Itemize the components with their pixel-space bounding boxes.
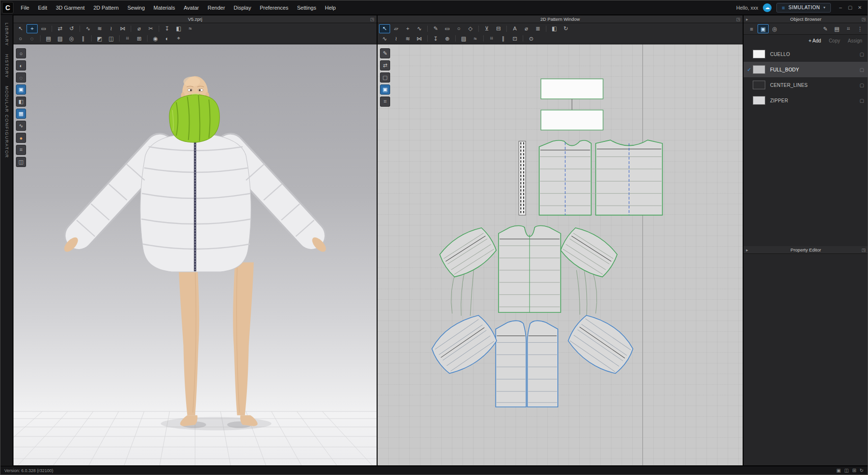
pattern-piece-back-panel-left[interactable] [539, 140, 591, 215]
more-icon[interactable]: ⋮ [854, 24, 866, 33]
fabric-options-icon[interactable]: ▢ [860, 98, 864, 103]
collapse-property-editor-icon[interactable]: ▸ [746, 248, 748, 252]
edit-sewing-2d-tool[interactable]: ≀ [391, 34, 402, 43]
pattern-piece-sleeve-lower-right[interactable] [563, 309, 639, 379]
menu-help[interactable]: Help [321, 0, 340, 14]
button-tool[interactable]: ◎ [66, 34, 77, 43]
text-tool[interactable]: A [509, 24, 520, 33]
menu-2d-pattern[interactable]: 2D Pattern [89, 0, 123, 14]
toolbar-separator[interactable] [425, 24, 430, 33]
dart-tool[interactable]: ◇ [465, 24, 476, 33]
fabric-row-cuello[interactable]: CUELLO ▢ [744, 46, 868, 62]
pattern-piece-sleeve-lower-left[interactable] [426, 309, 502, 379]
pattern-piece-collar-band-2[interactable] [541, 110, 603, 130]
shirring-tool[interactable]: ≈ [470, 34, 481, 43]
fabric-options-icon[interactable]: ▢ [860, 52, 864, 57]
segment-sewing-2d-tool[interactable]: ≋ [402, 34, 413, 43]
pattern-piece-zipper-strip[interactable] [519, 141, 526, 215]
guideline-tool[interactable]: ∥ [498, 34, 509, 43]
dimension-tool[interactable]: ⊡ [509, 34, 520, 43]
toolbar-separator[interactable] [544, 24, 548, 33]
toolbar-separator[interactable] [521, 34, 525, 43]
fabric-display-tool[interactable]: ▤ [43, 34, 54, 43]
fold-tool[interactable]: ◧ [173, 24, 184, 33]
avatar-texture-toggle[interactable]: ● [16, 133, 26, 143]
texture-display-tool[interactable]: ▧ [54, 34, 66, 43]
copy-fabric-button[interactable]: Copy [829, 38, 840, 43]
toolbar-separator[interactable] [78, 24, 82, 33]
rail-library[interactable]: LIBRARY [4, 23, 9, 46]
cloud-sync-icon[interactable]: ☁ [763, 3, 772, 12]
fabric-row-full-body[interactable]: ✓ FULL_BODY ▢ [744, 62, 868, 77]
flip-pattern-tool[interactable]: ↺ [66, 24, 77, 33]
edit-curvature-tool[interactable]: ∿ [414, 24, 425, 33]
rectangle-tool[interactable]: ▭ [442, 24, 453, 33]
flatten-tool[interactable]: ◫ [106, 34, 117, 43]
toolbar-separator[interactable] [481, 34, 486, 43]
pattern-piece-lower-body-right[interactable] [528, 321, 558, 407]
edit-pattern-tool[interactable]: ▱ [391, 24, 402, 33]
avatar-pose-tool[interactable]: ◌ [27, 34, 38, 43]
show-sewing-tool[interactable]: ∿ [379, 34, 390, 43]
menu-display[interactable]: Display [230, 0, 256, 14]
select-move-tool[interactable]: ↖ [15, 24, 26, 33]
settings-icon[interactable]: ⌗ [843, 24, 854, 33]
puffer-collar[interactable] [169, 94, 219, 143]
quad-view-icon[interactable]: ⊞ [852, 468, 856, 473]
multi-view-toggle[interactable]: ◫ [16, 157, 26, 167]
toolbar-separator[interactable] [117, 34, 122, 43]
pattern-piece-sleeve-middle-left[interactable] [436, 223, 500, 281]
tack-tool[interactable]: ⊕ [442, 34, 453, 43]
2d-pattern-canvas[interactable]: ✎⇄▢▣⌗ [378, 44, 743, 465]
move-pattern-tool[interactable]: ⇄ [54, 24, 66, 33]
avatar-display-tool[interactable]: ○ [15, 34, 26, 43]
free-sewing-2d-tool[interactable]: ⋈ [414, 34, 425, 43]
menu-preferences[interactable]: Preferences [256, 0, 293, 14]
toolbar-separator[interactable] [129, 24, 133, 33]
menu-file[interactable]: File [16, 0, 34, 14]
show-base-pattern-toggle[interactable]: ▢ [380, 72, 390, 83]
fabric-row-zipper[interactable]: ZIPPER ▢ [744, 93, 868, 108]
fold-arrange-tool[interactable]: ◩ [94, 34, 105, 43]
detach-sewing-tool[interactable]: ⋈ [117, 24, 128, 33]
rectangle-select-tool[interactable]: ▭ [38, 24, 49, 33]
trim-tab-icon[interactable]: ◎ [769, 24, 780, 33]
menu-avatar[interactable]: Avatar [179, 0, 203, 14]
pleat-tool[interactable]: ▨ [458, 34, 469, 43]
sync-2d3d-toggle[interactable]: ⇄ [380, 60, 390, 70]
wind-tool[interactable]: ≈ [185, 24, 196, 33]
menu-sewing[interactable]: Sewing [123, 0, 149, 14]
transform-gizmo-tool[interactable]: + [27, 24, 38, 33]
toolbar-separator[interactable] [38, 34, 42, 43]
fabric-options-icon[interactable]: ▢ [860, 67, 864, 72]
transform-pattern-tool[interactable]: ↖ [379, 24, 390, 33]
tape-measure-tool[interactable]: ⌀ [134, 24, 145, 33]
add-point-tool[interactable]: + [402, 24, 413, 33]
render-tool[interactable]: ◐ [162, 34, 173, 43]
show-avatar-toggle[interactable]: ○ [16, 48, 26, 58]
toolbar-separator[interactable] [425, 34, 430, 43]
pin-2d-tool[interactable]: ↧ [430, 34, 441, 43]
dual-view-icon[interactable]: ◫ [844, 468, 849, 473]
show-grid-toggle[interactable]: ⌗ [16, 145, 26, 155]
baseline-tool[interactable]: ⌗ [486, 34, 497, 43]
menu-render[interactable]: Render [203, 0, 230, 14]
zipper-tool[interactable]: ∥ [78, 34, 89, 43]
rail-modular-configurator[interactable]: MODULAR CONFIGURATOR [4, 86, 9, 158]
3d-viewport-canvas[interactable]: ○◐◌▣◧▦∿●⌗◫ [14, 44, 377, 465]
swatch-icon[interactable]: ▤ [831, 24, 842, 33]
toolbar-separator[interactable] [89, 34, 94, 43]
show-texture-2d-toggle[interactable]: ▣ [380, 84, 390, 95]
single-view-icon[interactable]: ▣ [836, 468, 841, 473]
minimize-button[interactable]: – [836, 3, 845, 13]
pin-tool[interactable]: ↧ [162, 24, 173, 33]
scissors-tool[interactable]: ✂ [145, 24, 156, 33]
close-button[interactable]: ✕ [855, 3, 865, 13]
pattern-piece-collar-band-1[interactable] [541, 79, 603, 98]
brush-icon[interactable]: ✎ [820, 24, 831, 33]
show-seamline-toggle[interactable]: ∿ [16, 121, 26, 131]
grading-tool[interactable]: ≣ [532, 24, 543, 33]
grid-toggle-tool[interactable]: ⌗ [122, 34, 133, 43]
avatar-appearance-toggle[interactable]: ◐ [16, 60, 26, 70]
menu-edit[interactable]: Edit [34, 0, 52, 14]
